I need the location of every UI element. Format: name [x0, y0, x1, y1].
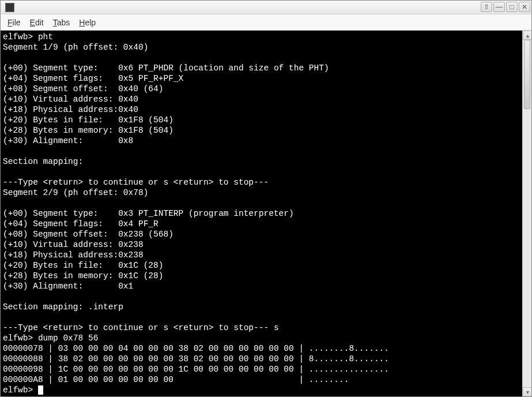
app-icon — [5, 3, 14, 12]
menu-file[interactable]: File — [4, 17, 24, 28]
terminal[interactable]: elfwb> pht Segment 1/9 (ph offset: 0x40)… — [1, 31, 522, 396]
menu-help[interactable]: Help — [76, 17, 99, 28]
scrollbar[interactable]: ▴ ▾ — [522, 31, 531, 396]
maximize-button[interactable]: □ — [506, 2, 518, 12]
terminal-cursor — [38, 385, 43, 395]
close-button[interactable]: ✕ — [519, 2, 530, 12]
scroll-up-arrow[interactable]: ▴ — [523, 31, 532, 40]
scroll-down-arrow[interactable]: ▾ — [523, 387, 532, 396]
menubar: File Edit Tabs Help — [1, 14, 531, 31]
pin-button[interactable]: ⇧ — [481, 2, 492, 12]
titlebar-buttons: ⇧ — □ ✕ — [481, 2, 530, 12]
window-titlebar: ⇧ — □ ✕ — [1, 1, 531, 14]
menu-edit[interactable]: Edit — [27, 17, 47, 28]
scroll-thumb[interactable] — [524, 40, 530, 109]
menu-tabs[interactable]: Tabs — [50, 17, 74, 28]
minimize-button[interactable]: — — [493, 2, 505, 12]
terminal-area: elfwb> pht Segment 1/9 (ph offset: 0x40)… — [1, 31, 531, 396]
